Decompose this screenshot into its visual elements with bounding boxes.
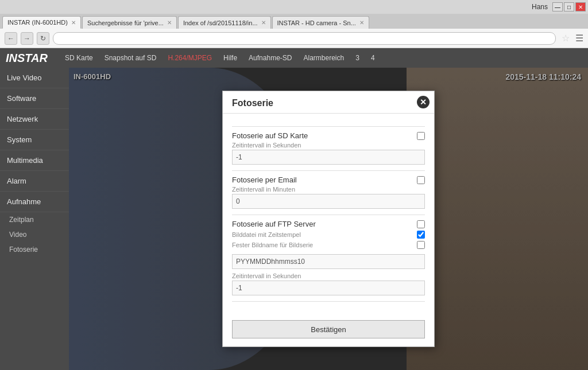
title-bar-buttons: — □ ✕	[552, 2, 586, 11]
title-bar: Hans — □ ✕	[0, 0, 588, 14]
modal-header: Fotoserie	[223, 91, 434, 114]
nav-sd-karte[interactable]: SD Karte	[65, 54, 93, 62]
ftp-label-row: Fotoserie auf FTP Server	[232, 220, 425, 228]
sidebar-item-netzwerk[interactable]: Netzwerk	[0, 109, 69, 130]
sidebar-item-system[interactable]: System	[0, 130, 69, 150]
tab-0-close[interactable]: ✕	[71, 20, 76, 26]
tab-0[interactable]: INSTAR (IN-6001HD) ✕	[2, 16, 81, 29]
bildname-input[interactable]	[232, 254, 425, 269]
sidebar-item-aufnahme[interactable]: Aufnahme	[0, 192, 69, 212]
tab-3-label: INSTAR - HD camera - Sn...	[277, 20, 356, 26]
sd-karte-interval-input[interactable]	[232, 150, 425, 165]
ftp-checkbox[interactable]	[417, 220, 425, 228]
tab-3[interactable]: INSTAR - HD camera - Sn... ✕	[272, 16, 369, 29]
menu-icon[interactable]: ☰	[575, 33, 583, 44]
email-sublabel: Zeitintervall in Minuten	[232, 186, 425, 193]
nav-3[interactable]: 3	[355, 54, 359, 62]
sidebar-sub-zeitplan[interactable]: Zeitplan	[0, 212, 69, 227]
title-user: Hans	[532, 3, 548, 11]
tab-2-label: Index of /sd/20151118/in...	[183, 20, 258, 26]
zeitstempel-row: Bilddatei mit Zeitstempel	[232, 231, 425, 239]
modal-close-button[interactable]: ✕	[417, 96, 430, 108]
modal-body: Fotoserie auf SD Karte Zeitintervall in …	[223, 114, 434, 314]
ftp-sublabel3: Zeitintervall in Sekunden	[232, 272, 425, 279]
nav-snapshot[interactable]: Snapshot auf SD	[105, 54, 157, 62]
sidebar-sub-video[interactable]: Video	[0, 227, 69, 242]
back-button[interactable]: ←	[5, 32, 17, 45]
tab-2[interactable]: Index of /sd/20151118/in... ✕	[178, 16, 271, 29]
sidebar-item-live-video[interactable]: Live Video	[0, 68, 69, 88]
tab-0-label: INSTAR (IN-6001HD)	[7, 19, 68, 26]
tab-bar: INSTAR (IN-6001HD) ✕ Suchergebnisse für …	[0, 14, 588, 29]
email-label-row: Fotoserie per Email	[232, 176, 425, 184]
camera-view: IN-6001HD 2015-11-18 11:10:24 Fotoserie …	[69, 68, 588, 370]
email-checkbox[interactable]	[417, 176, 425, 184]
modal-overlay: Fotoserie ✕ Fotoserie auf SD Karte	[69, 68, 588, 370]
section-sd-karte: Fotoserie auf SD Karte Zeitintervall in …	[232, 131, 425, 165]
tab-1[interactable]: Suchergebnisse für 'prive... ✕	[82, 16, 177, 29]
sidebar-item-multimedia[interactable]: Multimedia	[0, 150, 69, 171]
zeitstempel-checkbox[interactable]	[417, 231, 425, 239]
fester-bildname-checkbox[interactable]	[417, 241, 425, 249]
tab-3-close[interactable]: ✕	[359, 20, 364, 26]
confirm-button[interactable]: Bestätigen	[232, 320, 425, 338]
browser-frame: Hans — □ ✕ INSTAR (IN-6001HD) ✕ Sucherge…	[0, 0, 588, 370]
address-bar[interactable]	[53, 32, 556, 45]
main-layout: Live Video Software Netzwerk System Mult…	[0, 68, 588, 370]
fester-bildname-label: Fester Bildname für Bildserie	[232, 242, 313, 248]
ftp-interval-input[interactable]	[232, 281, 425, 295]
sidebar-sub-fotoserie[interactable]: Fotoserie	[0, 242, 69, 257]
sd-karte-label-row: Fotoserie auf SD Karte	[232, 131, 425, 140]
fester-bildname-row: Fester Bildname für Bildserie	[232, 241, 425, 249]
app-header: INSTAR SD Karte Snapshot auf SD H.264/MJ…	[0, 48, 588, 68]
nav-h264[interactable]: H.264/MJPEG	[168, 54, 212, 62]
nav-bar: ← → ↻ ☆ ☰	[0, 29, 588, 48]
forward-button[interactable]: →	[21, 32, 33, 45]
minimize-button[interactable]: —	[552, 2, 563, 11]
section-ftp: Fotoserie auf FTP Server Bilddatei mit Z…	[232, 220, 425, 295]
zeitstempel-label: Bilddatei mit Zeitstempel	[232, 231, 301, 238]
tab-1-label: Suchergebnisse für 'prive...	[87, 20, 164, 26]
tab-2-close[interactable]: ✕	[261, 20, 266, 26]
sd-karte-checkbox[interactable]	[417, 132, 425, 140]
app-content: INSTAR SD Karte Snapshot auf SD H.264/MJ…	[0, 48, 588, 370]
nav-aufnahme-sd[interactable]: Aufnahme-SD	[249, 54, 292, 62]
sidebar: Live Video Software Netzwerk System Mult…	[0, 68, 69, 370]
tab-1-close[interactable]: ✕	[167, 20, 172, 26]
close-button[interactable]: ✕	[575, 2, 586, 11]
section-email: Fotoserie per Email Zeitintervall in Min…	[232, 176, 425, 209]
app-logo: INSTAR	[6, 52, 48, 65]
nav-4[interactable]: 4	[371, 54, 375, 62]
modal-title: Fotoserie	[232, 98, 273, 108]
modal-footer: Bestätigen	[223, 314, 434, 346]
nav-alarmbereich[interactable]: Alarmbereich	[303, 54, 344, 62]
email-interval-input[interactable]	[232, 194, 425, 209]
maximize-button[interactable]: □	[564, 2, 574, 11]
nav-hilfe[interactable]: Hilfe	[223, 54, 237, 62]
sidebar-item-alarm[interactable]: Alarm	[0, 171, 69, 192]
fotoserie-modal: Fotoserie ✕ Fotoserie auf SD Karte	[222, 91, 435, 347]
sd-karte-sublabel: Zeitintervall in Sekunden	[232, 142, 425, 149]
sidebar-item-software[interactable]: Software	[0, 88, 69, 109]
bookmark-icon[interactable]: ☆	[562, 33, 570, 44]
ftp-label: Fotoserie auf FTP Server	[232, 220, 316, 228]
email-label: Fotoserie per Email	[232, 176, 297, 184]
sd-karte-label: Fotoserie auf SD Karte	[232, 131, 308, 140]
refresh-button[interactable]: ↻	[37, 32, 49, 45]
